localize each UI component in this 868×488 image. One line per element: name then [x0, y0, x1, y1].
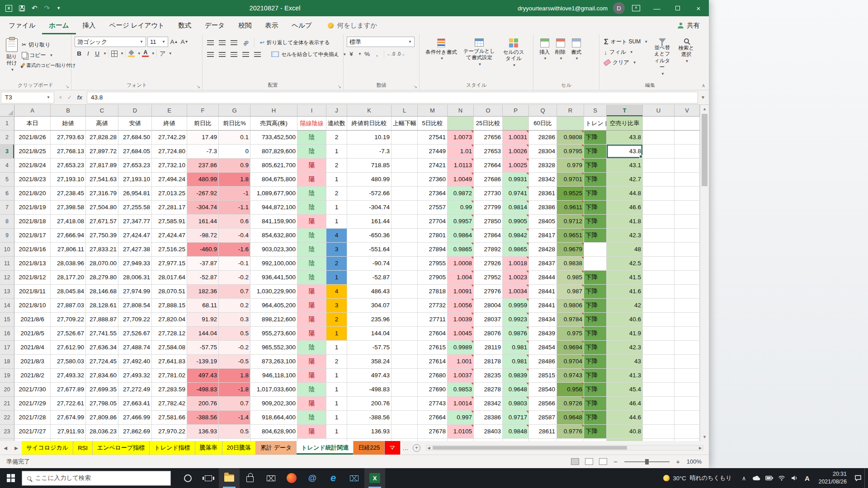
cell-M1[interactable]: 5日比較 — [418, 117, 448, 131]
cell-Q2[interactable]: 28286 — [529, 131, 557, 145]
cell-B9[interactable]: 27,666.94 — [51, 229, 86, 243]
action-center-icon[interactable] — [852, 468, 864, 488]
browser-button[interactable] — [281, 468, 302, 488]
cell-C6[interactable]: 27,316.79 — [86, 187, 118, 201]
row-header-11[interactable]: 11 — [0, 257, 14, 271]
cell-C22[interactable]: 27,809.86 — [86, 411, 118, 425]
cell-N4[interactable]: 1.0113 — [448, 159, 474, 173]
cell-K9[interactable]: -650.36 — [347, 229, 392, 243]
cell-S22[interactable]: 下降 — [584, 411, 607, 425]
cell-N22[interactable]: 0.997 — [448, 411, 474, 425]
cell-L1[interactable]: 上幅下幅 — [392, 117, 418, 131]
cell-O12[interactable]: 27952 — [474, 271, 503, 285]
cell-L22[interactable] — [392, 411, 418, 425]
cell-B5[interactable]: 27,193.10 — [51, 173, 86, 187]
align-center-icon[interactable] — [217, 50, 226, 59]
cell-E12[interactable]: 28,017.64 — [152, 271, 187, 285]
row-header-4[interactable]: 4 — [0, 159, 14, 173]
cell-Q17[interactable]: 28454 — [529, 341, 557, 355]
col-header-M[interactable]: M — [418, 105, 448, 117]
cell-N19[interactable]: 1.0037 — [448, 369, 474, 383]
cell-F21[interactable]: 200.76 — [187, 397, 219, 411]
cortana-button[interactable] — [177, 468, 198, 488]
cell-C9[interactable]: 27,750.39 — [86, 229, 118, 243]
store-button[interactable] — [240, 468, 260, 488]
increase-indent-icon[interactable] — [253, 50, 262, 59]
cell-J22[interactable]: 1 — [326, 411, 347, 425]
cell-G8[interactable]: 0.6 — [219, 215, 250, 229]
cell-U5[interactable] — [643, 173, 675, 187]
cell-R21[interactable]: 0.9726 — [557, 397, 584, 411]
row-header-5[interactable]: 5 — [0, 173, 14, 187]
cell-V1[interactable] — [675, 117, 700, 131]
vertical-scroll-thumb[interactable] — [702, 114, 708, 186]
zoom-out-button[interactable]: − — [613, 458, 618, 465]
cell-T9[interactable]: 42.3 — [607, 229, 643, 243]
copy-button[interactable]: コピー▼ — [20, 50, 77, 61]
font-size-combo[interactable]: 11▼ — [147, 37, 168, 47]
cell-V20[interactable] — [675, 383, 700, 397]
cell-A23[interactable]: 2021/7/27 — [14, 425, 51, 439]
cell-N16[interactable]: 1.0045 — [448, 327, 474, 341]
cell-M5[interactable]: 27360 — [418, 173, 448, 187]
cell-D6[interactable]: 26,954.81 — [118, 187, 152, 201]
cell-Q15[interactable]: 28434 — [529, 313, 557, 327]
add-sheet-button[interactable]: + — [410, 441, 423, 455]
assistant-search[interactable]: 何をしますか — [328, 16, 377, 34]
cell-M23[interactable]: 27678 — [418, 425, 448, 439]
cell-A13[interactable]: 2021/8/11 — [14, 285, 51, 299]
cell-N23[interactable]: 1.0105 — [448, 425, 474, 439]
insert-cells-button[interactable]: 挿入▼ — [537, 37, 552, 63]
cell-O17[interactable]: 28119 — [474, 341, 503, 355]
cell-D16[interactable]: 27,526.67 — [118, 327, 152, 341]
cell-E14[interactable]: 27,888.15 — [152, 299, 187, 313]
cell-P10[interactable]: 0.9865 — [503, 243, 529, 257]
cell-K14[interactable]: 304.07 — [347, 299, 392, 313]
cell-R9[interactable]: 0.9651 — [557, 229, 584, 243]
cell-B14[interactable]: 27,887.03 — [51, 299, 86, 313]
cell-O1[interactable]: 25日比較 — [474, 117, 503, 131]
cell-M8[interactable]: 27704 — [418, 215, 448, 229]
cell-H2[interactable]: 733,452,500 — [250, 131, 297, 145]
cell-N14[interactable]: 1.0056 — [448, 299, 474, 313]
col-header-S[interactable]: S — [584, 105, 607, 117]
cell-U15[interactable] — [643, 313, 675, 327]
tab-ホーム[interactable]: ホーム — [42, 16, 75, 34]
cell-T22[interactable]: 44.6 — [607, 411, 643, 425]
cell-G9[interactable]: -0.4 — [219, 229, 250, 243]
cell-A2[interactable]: 2021/8/26 — [14, 131, 51, 145]
cell-J21[interactable]: 1 — [326, 397, 347, 411]
cell-M6[interactable]: 27364 — [418, 187, 448, 201]
align-bottom-icon[interactable] — [229, 38, 238, 47]
cell-J17[interactable]: 1 — [326, 341, 347, 355]
cell-O22[interactable]: 28386 — [474, 411, 503, 425]
cell-P17[interactable]: 0.981 — [503, 341, 529, 355]
cell-L10[interactable] — [392, 243, 418, 257]
cell-N5[interactable]: 1.0049 — [448, 173, 474, 187]
cell-O23[interactable]: 28403 — [474, 425, 503, 439]
horizontal-scrollbar[interactable]: ◀ ▶ — [426, 445, 704, 450]
cell-S13[interactable]: 下降 — [584, 285, 607, 299]
taskbar-search[interactable]: ここに入力して検索 — [22, 471, 171, 486]
cell-T4[interactable]: 43.1 — [607, 159, 643, 173]
cell-M3[interactable]: 27449 — [418, 145, 448, 159]
cell-T2[interactable]: 43.8 — [607, 131, 643, 145]
cell-U19[interactable] — [643, 369, 675, 383]
cell-K6[interactable]: -572.66 — [347, 187, 392, 201]
sheet-tab-サイコロジカル[interactable]: サイコロジカル — [22, 441, 73, 455]
cell-E13[interactable]: 28,070.51 — [152, 285, 187, 299]
cell-R13[interactable]: 0.987 — [557, 285, 584, 299]
format-painter-button[interactable]: 書式のコピー/貼り付け — [20, 61, 77, 71]
font-dialog-launcher[interactable]: ↘ — [197, 84, 200, 89]
cell-N13[interactable]: 1.0091 — [448, 285, 474, 299]
cell-G15[interactable]: 0.3 — [219, 313, 250, 327]
weather-widget[interactable]: 30°C 晴れのちくもり — [657, 468, 738, 488]
cell-T15[interactable]: 40.6 — [607, 313, 643, 327]
cell-D4[interactable]: 27,653.23 — [118, 159, 152, 173]
cell-I2[interactable]: 陰 — [297, 131, 326, 145]
cell-F1[interactable]: 前日比 — [187, 117, 219, 131]
cell-G1[interactable]: 前日比% — [219, 117, 250, 131]
file-explorer-button[interactable] — [219, 468, 240, 488]
cell-F18[interactable]: -139.19 — [187, 355, 219, 369]
align-right-icon[interactable] — [229, 50, 238, 59]
